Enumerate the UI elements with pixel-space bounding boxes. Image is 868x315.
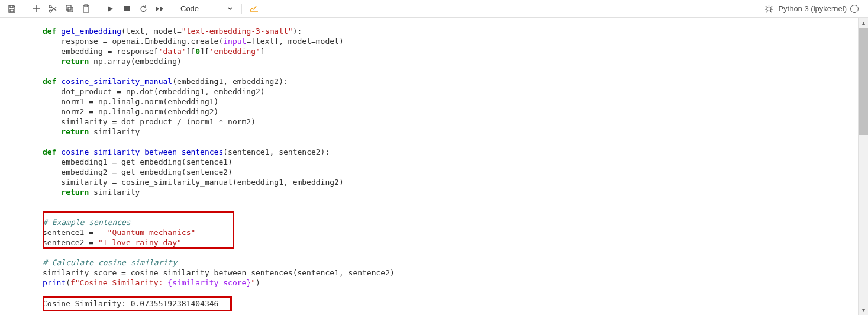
- svg-point-1: [49, 10, 51, 12]
- save-button[interactable]: [5, 2, 19, 16]
- code-editor[interactable]: def get_embedding(text, model="text-embe…: [43, 26, 856, 288]
- kernel-indicator[interactable]: Python 3 (ipykernel): [778, 4, 863, 13]
- clipboard-icon: [82, 4, 91, 13]
- svg-rect-0: [10, 9, 14, 12]
- save-icon: [7, 4, 17, 14]
- scroll-thumb[interactable]: [859, 28, 868, 135]
- render-button[interactable]: [247, 2, 261, 16]
- scroll-up-arrow[interactable]: ▴: [859, 18, 868, 28]
- chevron-down-icon: [227, 6, 233, 12]
- chart-line-icon: [249, 5, 259, 13]
- debugger-button[interactable]: [761, 2, 776, 16]
- kernel-status-icon: [850, 5, 859, 13]
- stop-icon: [123, 5, 131, 12]
- play-icon: [106, 5, 114, 13]
- copy-icon: [65, 4, 74, 13]
- notebook-toolbar: Code Python 3 (ipykernel): [0, 0, 868, 18]
- restart-icon: [139, 4, 148, 13]
- fast-forward-icon: [155, 5, 164, 13]
- stop-button[interactable]: [120, 2, 134, 16]
- vertical-scrollbar[interactable]: ▴ ▾: [858, 18, 868, 315]
- cell-type-dropdown[interactable]: Code: [177, 3, 237, 14]
- scroll-down-arrow[interactable]: ▾: [859, 305, 868, 315]
- notebook-content: def get_embedding(text, model="text-embe…: [0, 18, 868, 315]
- svg-point-8: [767, 7, 771, 11]
- restart-run-all-button[interactable]: [153, 2, 167, 16]
- run-button[interactable]: [103, 2, 117, 16]
- paste-button[interactable]: [79, 2, 93, 16]
- svg-rect-7: [124, 6, 130, 11]
- kernel-name: Python 3 (ipykernel): [778, 4, 847, 13]
- cell-output: Cosine Similarity: 0.07355192381404346: [43, 298, 856, 308]
- restart-button[interactable]: [136, 2, 150, 16]
- svg-rect-3: [66, 5, 71, 10]
- output-text: Cosine Similarity: 0.07355192381404346: [43, 299, 218, 308]
- cell-type-label: Code: [180, 4, 199, 13]
- bug-icon: [764, 4, 773, 13]
- copy-button[interactable]: [62, 2, 76, 16]
- code-cell[interactable]: def get_embedding(text, model="text-embe…: [43, 18, 856, 308]
- plus-icon: [32, 5, 40, 13]
- add-cell-button[interactable]: [29, 2, 43, 16]
- svg-point-2: [49, 5, 51, 8]
- cut-button[interactable]: [46, 2, 60, 16]
- scissors-icon: [48, 4, 57, 14]
- svg-rect-4: [68, 7, 73, 12]
